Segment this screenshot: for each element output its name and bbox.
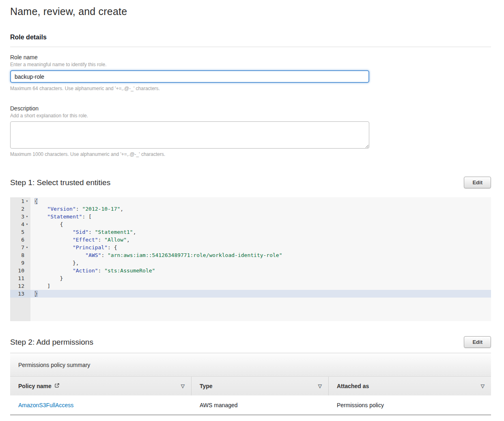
editor-line[interactable]: 9 }, bbox=[10, 259, 491, 267]
editor-line[interactable]: 7▾ "Principal": { bbox=[10, 244, 491, 251]
editor-code-line[interactable]: { bbox=[30, 197, 491, 205]
editor-code-line[interactable]: } bbox=[30, 274, 491, 282]
step2-edit-button[interactable]: Edit bbox=[464, 336, 491, 348]
editor-code-area[interactable] bbox=[30, 298, 491, 321]
editor-code-line[interactable]: }, bbox=[30, 259, 491, 267]
line-number: 7 bbox=[21, 244, 24, 251]
editor-line[interactable]: 4▾ { bbox=[10, 220, 491, 228]
editor-line[interactable]: 2 "Version": "2012-10-17", bbox=[10, 205, 491, 213]
matched-bracket: { bbox=[34, 198, 38, 204]
editor-active-line[interactable]: 13} bbox=[10, 290, 491, 298]
table-row: AmazonS3FullAccess AWS managed Permissio… bbox=[10, 395, 491, 415]
permissions-table-header: Policy name ▽ Type ▽ Attached as ▽ bbox=[10, 377, 491, 395]
step2-heading: Step 2: Add permissions bbox=[10, 338, 93, 347]
attached-as-cell: Permissions policy bbox=[329, 402, 491, 408]
editor-gutter: 13 bbox=[10, 290, 30, 298]
line-number: 11 bbox=[18, 274, 24, 282]
editor-gutter: 2 bbox=[10, 205, 30, 213]
code-token bbox=[34, 229, 73, 235]
code-token: "Version" bbox=[47, 206, 75, 212]
editor-gutter: 10 bbox=[10, 267, 30, 274]
code-token bbox=[34, 268, 73, 274]
editor-empty-area[interactable] bbox=[10, 298, 491, 321]
editor-code-line[interactable]: "Action": "sts:AssumeRole" bbox=[30, 267, 491, 274]
editor-code-line[interactable]: "AWS": "arn:aws:iam::541263489771:role/w… bbox=[30, 251, 491, 259]
editor-gutter: 9 bbox=[10, 259, 30, 267]
code-token bbox=[34, 252, 85, 258]
code-token: "sts:AssumeRole" bbox=[104, 268, 155, 274]
code-token: : bbox=[101, 252, 108, 258]
code-token: "Action" bbox=[73, 268, 98, 274]
editor-code-line[interactable]: { bbox=[30, 220, 491, 228]
editor-code-line[interactable]: "Sid": "Statement1", bbox=[30, 228, 491, 236]
line-number: 10 bbox=[18, 267, 24, 274]
code-token: , bbox=[133, 229, 136, 235]
editor-line[interactable]: 12 ] bbox=[10, 282, 491, 290]
code-token: "Allow" bbox=[104, 237, 127, 243]
policy-name-column-label: Policy name bbox=[18, 383, 52, 389]
fold-toggle-icon[interactable]: ▾ bbox=[24, 220, 30, 228]
code-token: "AWS" bbox=[85, 252, 101, 258]
editor-line[interactable]: 3▾ "Statement": [ bbox=[10, 213, 491, 220]
line-number: 3 bbox=[21, 213, 24, 220]
description-help-text: Add a short explanation for this role. bbox=[10, 113, 491, 119]
editor-line[interactable]: 11 } bbox=[10, 274, 491, 282]
role-name-label: Role name bbox=[10, 54, 491, 60]
fold-toggle-icon[interactable]: ▾ bbox=[24, 244, 30, 251]
code-token: "Sid" bbox=[73, 229, 88, 235]
trust-policy-json-editor[interactable]: 1▾{2 "Version": "2012-10-17",3▾ "Stateme… bbox=[10, 197, 491, 321]
step1-header-row: Step 1: Select trusted entities Edit bbox=[10, 177, 491, 188]
editor-line[interactable]: 5 "Sid": "Statement1", bbox=[10, 228, 491, 236]
editor-gutter: 7▾ bbox=[10, 244, 30, 251]
code-token: "Statement" bbox=[47, 214, 82, 220]
editor-gutter: 3▾ bbox=[10, 213, 30, 220]
role-details-heading: Role details bbox=[10, 34, 491, 41]
code-token: "Statement1" bbox=[95, 229, 133, 235]
editor-line[interactable]: 6 "Effect": "Allow", bbox=[10, 236, 491, 244]
line-number: 2 bbox=[21, 205, 24, 213]
editor-gutter: 8 bbox=[10, 251, 30, 259]
code-token: : bbox=[76, 206, 82, 212]
code-token: } bbox=[34, 275, 63, 281]
code-token: : [ bbox=[82, 214, 91, 220]
policy-type-cell: AWS managed bbox=[192, 402, 329, 408]
role-name-field: Role name Enter a meaningful name to ide… bbox=[10, 54, 491, 91]
editor-gutter: 11 bbox=[10, 274, 30, 282]
description-label: Description bbox=[10, 105, 491, 112]
role-name-input[interactable] bbox=[10, 70, 369, 83]
editor-line[interactable]: 1▾{ bbox=[10, 197, 491, 205]
attached-as-column-label: Attached as bbox=[337, 383, 369, 389]
column-header-type[interactable]: Type ▽ bbox=[192, 377, 329, 395]
matched-bracket: } bbox=[34, 291, 38, 297]
filter-triangle-icon[interactable]: ▽ bbox=[181, 383, 185, 389]
line-number: 5 bbox=[21, 228, 24, 236]
editor-gutter: 5 bbox=[10, 228, 30, 236]
editor-code-line[interactable]: } bbox=[30, 290, 491, 298]
policy-name-link[interactable]: AmazonS3FullAccess bbox=[18, 402, 73, 408]
line-number: 8 bbox=[21, 251, 24, 259]
name-review-create-page: Name, review, and create Role details Ro… bbox=[0, 6, 504, 421]
editor-code-line[interactable]: "Version": "2012-10-17", bbox=[30, 205, 491, 213]
code-token: { bbox=[34, 221, 63, 227]
column-header-attached-as[interactable]: Attached as ▽ bbox=[329, 377, 491, 395]
editor-line[interactable]: 8 "AWS": "arn:aws:iam::541263489771:role… bbox=[10, 251, 491, 259]
column-header-policy-name[interactable]: Policy name ▽ bbox=[10, 377, 192, 395]
editor-code-line[interactable]: "Principal": { bbox=[30, 244, 491, 251]
code-token: : bbox=[98, 237, 105, 243]
editor-code-line[interactable]: "Effect": "Allow", bbox=[30, 236, 491, 244]
fold-toggle-icon[interactable]: ▾ bbox=[24, 197, 30, 205]
description-textarea[interactable] bbox=[10, 121, 369, 149]
filter-triangle-icon[interactable]: ▽ bbox=[481, 383, 485, 389]
code-token bbox=[34, 206, 47, 212]
filter-triangle-icon[interactable]: ▽ bbox=[318, 383, 322, 389]
description-constraint-text: Maximum 1000 characters. Use alphanumeri… bbox=[10, 151, 491, 157]
fold-toggle-icon[interactable]: ▾ bbox=[24, 213, 30, 220]
step1-edit-button[interactable]: Edit bbox=[464, 177, 491, 188]
editor-code-line[interactable]: "Statement": [ bbox=[30, 213, 491, 220]
line-number: 12 bbox=[18, 282, 24, 290]
editor-line[interactable]: 10 "Action": "sts:AssumeRole" bbox=[10, 267, 491, 274]
code-token: : bbox=[88, 229, 95, 235]
editor-code-line[interactable]: ] bbox=[30, 282, 491, 290]
permissions-summary-panel: Permissions policy summary Policy name ▽… bbox=[10, 353, 491, 415]
editor-gutter: 6 bbox=[10, 236, 30, 244]
